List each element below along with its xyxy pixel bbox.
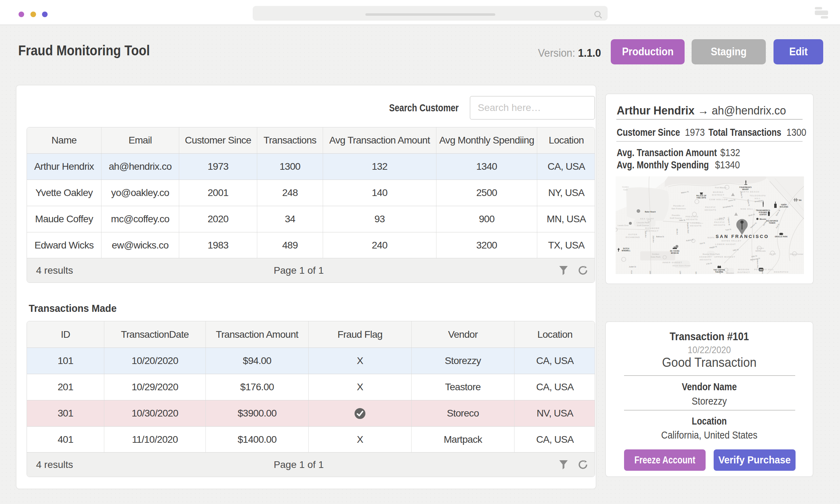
svg-text:MISSION: MISSION (738, 268, 749, 271)
svg-text:FISHERMAN'S: FISHERMAN'S (740, 187, 752, 188)
svg-text:PACIFIC: PACIFIC (714, 221, 725, 223)
svg-text:MARINA: MARINA (713, 191, 723, 193)
svg-text:THE CASTRO: THE CASTRO (714, 269, 725, 271)
svg-text:Wholesale: Wholesale (755, 250, 766, 252)
svg-text:DE YOUNG: DE YOUNG (670, 250, 680, 252)
svg-text:SAN FRANCISCO: SAN FRANCISCO (716, 234, 769, 239)
svg-text:NOB HILL: NOB HILL (741, 208, 753, 210)
svg-text:TRANSAMERICA: TRANSAMERICA (756, 210, 770, 211)
svg-text:CENTER: CENTER (760, 214, 767, 216)
svg-text:UPPER MARKET: UPPER MARKET (714, 256, 735, 258)
svg-text:Baker Beach: Baker Beach (645, 211, 656, 213)
svg-text:36th Ave: 36th Ave (645, 231, 647, 238)
svg-text:Golden: Golden (622, 186, 629, 188)
svg-text:Judah St: Judah St (629, 266, 636, 268)
svg-text:Arguello Blvd: Arguello Blvd (687, 223, 689, 233)
svg-text:DUTCH: DUTCH (623, 248, 629, 250)
svg-text:ORACLE PARK: ORACLE PARK (775, 236, 788, 238)
svg-text:HEIGHTS: HEIGHTS (714, 224, 726, 226)
svg-text:PRESIDIO: PRESIDIO (686, 216, 699, 218)
svg-text:LOWER HAIGHT: LOWER HAIGHT (715, 243, 736, 245)
svg-text:Mount Sutro Forest: Mount Sutro Forest (672, 265, 691, 267)
svg-text:FINE ARTS: FINE ARTS (697, 197, 706, 199)
svg-text:Castro: Castro (757, 247, 764, 249)
svg-text:BUILDING: BUILDING (780, 206, 789, 208)
svg-text:41st Av: 41st Av (631, 270, 633, 274)
svg-text:DISTRICT: DISTRICT (712, 194, 724, 196)
svg-text:25th Ave: 25th Ave (652, 236, 655, 243)
svg-text:PACIFIC: PACIFIC (705, 206, 716, 208)
svg-text:Golden: Golden (652, 253, 659, 255)
svg-text:Lands End: Lands End (618, 224, 629, 226)
svg-text:8th Ave: 8th Ave (676, 229, 679, 235)
svg-text:DISTRICT: DISTRICT (737, 271, 750, 273)
svg-text:SEA CLIFF: SEA CLIFF (640, 218, 654, 220)
svg-text:Buena Vista Park: Buena Vista Park (703, 253, 720, 255)
svg-text:Lake St: Lake St (679, 219, 685, 221)
svg-text:SALESFORCE: SALESFORCE (766, 220, 778, 222)
svg-text:HEIGHTS: HEIGHTS (700, 259, 712, 261)
svg-text:FERRY: FERRY (781, 204, 787, 206)
svg-text:Chase Center: Chase Center (790, 253, 804, 255)
svg-text:COW HOLLOW: COW HOLLOW (709, 198, 728, 201)
svg-text:28th Av: 28th Av (649, 271, 652, 274)
svg-text:PYRAMID: PYRAMID (759, 212, 767, 214)
svg-text:Petrero Ave: Petrero Ave (757, 259, 759, 268)
svg-text:DOGPATCH: DOGPATCH (774, 271, 788, 273)
svg-text:MUSEUM: MUSEUM (671, 252, 679, 254)
svg-text:Lincoln Park: Lincoln Park (637, 222, 650, 224)
svg-text:PALACE OF: PALACE OF (696, 195, 707, 197)
svg-text:OUTER: OUTER (628, 233, 637, 236)
svg-text:INNER SUNSET: INNER SUNSET (663, 261, 682, 264)
svg-text:Golf Course: Golf Course (637, 224, 649, 226)
svg-text:San Francisco: San Francisco (671, 208, 686, 210)
svg-text:WINDMILL: WINDMILL (622, 250, 630, 252)
svg-text:TOWER: TOWER (769, 222, 776, 224)
svg-text:Presidio of: Presidio of (673, 205, 684, 207)
svg-text:HEIGHTS: HEIGHTS (686, 218, 698, 220)
svg-text:BA: BA (799, 199, 802, 201)
svg-text:DISTRICT: DISTRICT (646, 230, 659, 232)
svg-text:12th Av: 12th Av (679, 271, 682, 274)
svg-text:Presidio: Presidio (672, 214, 680, 216)
svg-text:RICHMOND: RICHMOND (645, 227, 660, 229)
svg-text:HAYES VALLEY: HAYES VALLEY (721, 240, 741, 242)
svg-text:TELEGRAPH: TELEGRAPH (750, 195, 766, 197)
svg-text:NORTH BEACH: NORTH BEACH (740, 191, 759, 193)
svg-text:POTRERO HILL: POTRERO HILL (754, 268, 774, 271)
svg-text:RICHMOND: RICHMOND (626, 236, 640, 238)
svg-text:NOPA: NOPA (708, 237, 715, 239)
svg-text:Gate Park: Gate Park (651, 256, 661, 258)
svg-text:THEATRE: THEATRE (715, 271, 723, 273)
svg-text:Balboa St: Balboa St (656, 236, 664, 238)
svg-text:UCSF: UCSF (769, 253, 776, 255)
svg-text:Fort Mason: Fort Mason (715, 187, 727, 189)
svg-text:HILL: HILL (755, 197, 761, 200)
svg-text:Gate: Gate (623, 189, 628, 191)
svg-text:9th Av: 9th Av (695, 272, 698, 274)
svg-text:280: 280 (759, 269, 763, 271)
svg-text:HEIGHTS: HEIGHTS (705, 209, 716, 211)
svg-text:Westin: Westin (760, 218, 766, 220)
svg-text:HEIGHTS: HEIGHTS (690, 225, 702, 227)
svg-text:LAUREL: LAUREL (691, 222, 701, 224)
svg-text:Mission: Mission (726, 272, 734, 274)
svg-text:ASHBURY: ASHBURY (699, 256, 712, 258)
svg-text:WHARF: WHARF (742, 189, 749, 190)
